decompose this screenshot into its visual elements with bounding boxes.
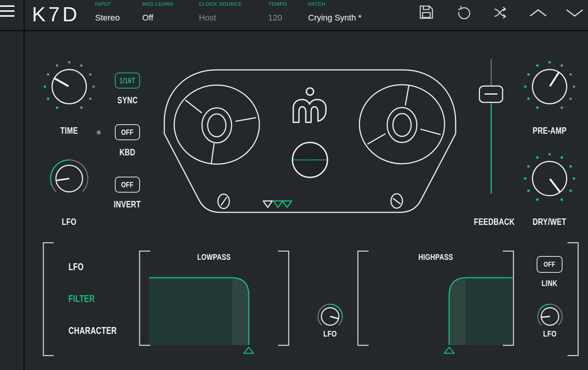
- lowpass-curve: [149, 278, 249, 345]
- randomize-icon[interactable]: [493, 6, 509, 20]
- menu-icon[interactable]: [0, 5, 14, 17]
- clock-source-label: CLOCK SOURCE: [199, 1, 242, 7]
- tempo-value[interactable]: 120: [268, 13, 282, 23]
- link-label: LINK: [534, 278, 565, 288]
- feedback-track-lower[interactable]: [491, 103, 492, 194]
- topbar-divider: [0, 30, 588, 31]
- outer-left-bracket: [43, 243, 54, 356]
- time-knob[interactable]: [39, 56, 100, 117]
- highpass-lfo-knob[interactable]: [535, 301, 565, 332]
- tab-character[interactable]: CHARACTER: [68, 325, 130, 336]
- preamp-knob[interactable]: [519, 56, 580, 117]
- kbd-label: KBD: [112, 147, 143, 158]
- right-reel-icon: [359, 85, 445, 164]
- preamp-label: PRE-AMP: [527, 125, 572, 136]
- tempo-label: TEMPO: [268, 1, 287, 7]
- feedback-label: FEEDBACK: [468, 217, 514, 227]
- feedback-slider-handle[interactable]: [479, 85, 503, 103]
- lfo-knob[interactable]: [43, 152, 96, 205]
- left-reel-icon: [174, 85, 259, 164]
- lowpass-lfo-label: LFO: [315, 329, 345, 339]
- invert-label: INVERT: [110, 199, 145, 210]
- tape-display: [160, 57, 464, 220]
- midi-learn-label: MIDI LEARN: [142, 1, 173, 7]
- midi-indicator-dot: [97, 130, 101, 134]
- save-icon[interactable]: [419, 5, 434, 20]
- patch-label: PATCH: [308, 1, 326, 7]
- lowpass-lfo-knob[interactable]: [315, 301, 345, 332]
- undo-icon[interactable]: [456, 5, 472, 20]
- lowpass-left-bracket: [140, 251, 150, 345]
- tab-lfo[interactable]: LFO: [68, 261, 88, 272]
- lowpass-title: LOWPASS: [139, 252, 289, 262]
- time-label: TIME: [50, 125, 88, 136]
- highpass-left-bracket: [358, 251, 369, 345]
- waveform-trace: [293, 160, 327, 160]
- tape-marker-icon: [263, 201, 272, 207]
- lowpass-right-bracket: [278, 251, 289, 345]
- feedback-track-upper[interactable]: [491, 59, 492, 86]
- drywet-label: DRY/WET: [527, 217, 572, 227]
- midi-learn-value[interactable]: Off: [142, 13, 153, 23]
- kbd-button[interactable]: OFF: [115, 124, 140, 140]
- lowpass-cutoff-handle: [244, 347, 254, 353]
- outer-right-bracket: [567, 243, 578, 356]
- link-button[interactable]: OFF: [537, 256, 563, 273]
- tape-body-outline: [164, 70, 456, 212]
- sync-label: SYNC: [112, 95, 143, 106]
- waveform-window: [292, 142, 327, 177]
- tape-speed-icon: [273, 201, 283, 207]
- tape-speed-icon: [283, 201, 292, 207]
- input-value[interactable]: Stereo: [95, 13, 120, 23]
- sidebar-divider: [24, 0, 25, 370]
- tab-filter[interactable]: FILTER: [68, 293, 102, 304]
- lfo-label: LFO: [54, 217, 84, 227]
- app-logo: K7D: [32, 2, 80, 26]
- drywet-knob[interactable]: [519, 148, 580, 209]
- sync-button[interactable]: 1/16T: [115, 73, 140, 89]
- screw-left-icon: [218, 194, 229, 209]
- highpass-cutoff-handle: [444, 347, 454, 353]
- clock-source-value[interactable]: Host: [199, 13, 216, 23]
- input-label: INPUT: [95, 1, 111, 7]
- patch-value[interactable]: Crying Synth *: [308, 13, 362, 23]
- patch-up-icon[interactable]: [529, 8, 548, 17]
- highpass-curve: [449, 278, 513, 345]
- patch-down-icon[interactable]: [565, 8, 584, 17]
- brand-logo-icon: [293, 88, 326, 123]
- screw-right-icon: [391, 194, 402, 208]
- invert-button[interactable]: OFF: [115, 177, 140, 193]
- highpass-title: HIGHPASS: [358, 252, 513, 262]
- plugin-window: K7D INPUT Stereo MIDI LEARN Off CLOCK SO…: [0, 0, 588, 370]
- highpass-lfo-label: LFO: [535, 329, 565, 339]
